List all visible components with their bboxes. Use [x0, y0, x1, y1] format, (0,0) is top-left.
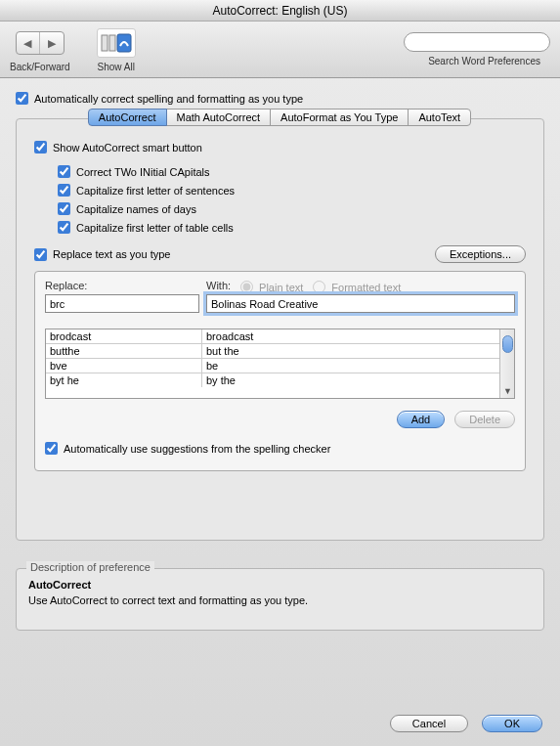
tab-math-autocorrect[interactable]: Math AutoCorrect [166, 109, 272, 126]
back-button[interactable]: ◀ [17, 32, 40, 54]
forward-button[interactable]: ▶ [40, 32, 64, 54]
tab-autocorrect[interactable]: AutoCorrect [88, 109, 167, 126]
auto-correct-toggle-label: Automatically correct spelling and forma… [34, 93, 303, 105]
back-forward-group: ◀ ▶ Back/Forward [10, 26, 70, 72]
cap-table-label: Capitalize first letter of table cells [76, 222, 234, 234]
svg-rect-1 [109, 35, 115, 51]
scroll-down-icon[interactable]: ▼ [503, 386, 512, 396]
plain-text-label: Plain text [259, 282, 303, 293]
svg-rect-0 [102, 35, 108, 51]
list-replace-cell: byt he [46, 373, 202, 387]
cap-days-checkbox[interactable] [58, 202, 70, 215]
plain-text-radio [240, 281, 253, 293]
auto-suggestions-label: Automatically use suggestions from the s… [64, 443, 330, 455]
cap-sentences-label: Capitalize first letter of sentences [76, 185, 235, 197]
description-title: Description of preference [26, 561, 154, 573]
cancel-button[interactable]: Cancel [390, 715, 468, 732]
correct-two-initial-label: Correct TWo INitial CApitals [76, 166, 210, 178]
list-replace-cell: bve [46, 359, 202, 373]
table-row: brodcast broadcast [46, 329, 499, 344]
auto-suggestions-checkbox[interactable] [45, 442, 58, 455]
formatted-text-radio [313, 281, 325, 293]
replace-panel: Replace: With: Plain text Formatted text [34, 271, 526, 471]
add-button[interactable]: Add [397, 411, 446, 428]
main-panel: AutoCorrect Math AutoCorrect AutoFormat … [16, 118, 544, 541]
list-replace-cell: butthe [46, 344, 202, 358]
description-box: Description of preference AutoCorrect Us… [16, 568, 544, 631]
toolbar: ◀ ▶ Back/Forward Show All Sear [0, 22, 560, 78]
list-with-cell: by the [202, 373, 499, 387]
window-title: AutoCorrect: English (US) [0, 0, 560, 22]
table-row: byt he by the [46, 373, 499, 387]
formatted-text-label: Formatted text [331, 282, 401, 293]
cap-sentences-checkbox[interactable] [58, 184, 70, 197]
scroll-thumb[interactable] [502, 335, 513, 353]
replace-input[interactable] [45, 294, 199, 313]
exceptions-button[interactable]: Exceptions... [435, 245, 526, 263]
back-forward-label: Back/Forward [10, 62, 70, 72]
table-row: butthe but the [46, 344, 499, 359]
replacement-list[interactable]: brodcast broadcast butthe but the bve be [45, 329, 515, 399]
tab-autotext[interactable]: AutoText [408, 109, 471, 126]
ok-button[interactable]: OK [482, 715, 542, 732]
list-with-cell: but the [202, 344, 499, 358]
delete-button: Delete [454, 411, 515, 428]
list-with-cell: be [202, 359, 499, 373]
table-row: bve be [46, 359, 499, 373]
replace-text-checkbox[interactable] [34, 248, 47, 261]
show-all-label: Show All [98, 62, 135, 72]
cap-table-checkbox[interactable] [58, 221, 70, 234]
tab-bar: AutoCorrect Math AutoCorrect AutoFormat … [17, 109, 543, 126]
tab-autoformat[interactable]: AutoFormat as You Type [270, 109, 409, 126]
description-heading: AutoCorrect [28, 579, 532, 591]
with-input[interactable] [206, 294, 515, 313]
replace-header-label: Replace: [45, 280, 206, 291]
with-header-label: With: [206, 280, 231, 291]
dialog-footer: Cancel OK [390, 715, 542, 732]
description-body: Use AutoCorrect to correct text and form… [28, 594, 532, 606]
scrollbar[interactable]: ▼ [499, 329, 514, 398]
show-all-icon [97, 28, 136, 58]
show-smart-button-label: Show AutoCorrect smart button [53, 142, 202, 154]
list-with-cell: broadcast [202, 329, 499, 343]
cap-days-label: Capitalize names of days [76, 203, 196, 215]
replace-text-label: Replace text as you type [53, 248, 170, 260]
show-all-group[interactable]: Show All [90, 26, 143, 72]
show-smart-button-checkbox[interactable] [34, 141, 47, 154]
list-replace-cell: brodcast [46, 329, 202, 343]
search-input[interactable] [404, 32, 550, 52]
search-label: Search Word Preferences [428, 56, 540, 66]
correct-two-initial-checkbox[interactable] [58, 165, 70, 178]
auto-correct-toggle[interactable] [16, 92, 28, 105]
